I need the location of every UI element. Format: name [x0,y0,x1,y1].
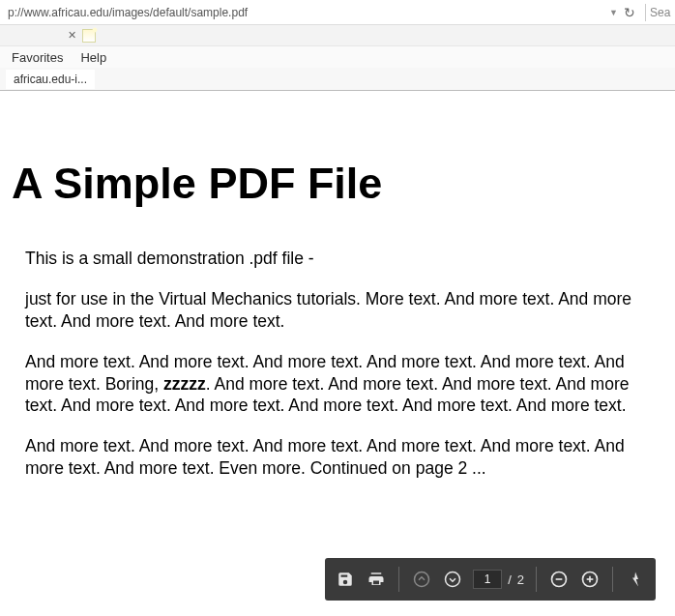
refresh-icon[interactable]: ↻ [624,5,635,20]
toolbar-separator [398,567,399,592]
separator [645,4,646,21]
close-tab-icon[interactable]: ✕ [68,29,76,42]
page-indicator: / 2 [473,570,524,589]
page-separator: / [508,572,512,587]
pdf-paragraph: just for use in the Virtual Mechanics tu… [25,288,634,332]
new-tab-button[interactable] [82,29,96,43]
page-down-icon[interactable] [442,569,463,590]
zoom-out-icon[interactable] [548,569,570,590]
toolbar-separator [536,567,537,592]
svg-point-0 [415,572,429,587]
page-number-input[interactable] [473,570,502,589]
pdf-paragraph: This is a small demonstration .pdf file … [25,248,634,269]
pdf-toolbar: / 2 [325,558,656,601]
menu-favorites[interactable]: Favorites [12,50,63,65]
address-bar-controls: ▼ ↻ [609,5,641,20]
pdf-paragraph: And more text. And more text. And more t… [25,435,634,479]
search-box-placeholder[interactable]: Sear [650,6,671,19]
menu-help[interactable]: Help [80,50,106,65]
document-tab-row: africau.edu-i... [0,68,675,91]
toolbar-separator [612,567,613,592]
menu-bar: Favorites Help [0,46,675,68]
zoom-in-icon[interactable] [579,569,601,590]
address-bar: ▼ ↻ Sear [0,0,675,25]
tab-strip: ✕ [0,25,675,46]
svg-point-1 [446,572,460,587]
save-icon[interactable] [335,569,356,590]
dropdown-icon[interactable]: ▼ [609,8,618,17]
document-tab[interactable]: africau.edu-i... [6,70,95,89]
page-up-icon[interactable] [411,569,432,590]
url-input[interactable] [4,4,609,21]
adobe-icon[interactable] [625,569,646,590]
pdf-viewer: A Simple PDF File This is a small demons… [0,91,675,616]
pdf-title: A Simple PDF File [12,159,663,209]
total-pages: 2 [517,572,524,587]
pdf-page: A Simple PDF File This is a small demons… [0,91,675,479]
pdf-body: This is a small demonstration .pdf file … [12,248,663,479]
pdf-paragraph: And more text. And more text. And more t… [25,351,634,416]
print-icon[interactable] [366,569,387,590]
